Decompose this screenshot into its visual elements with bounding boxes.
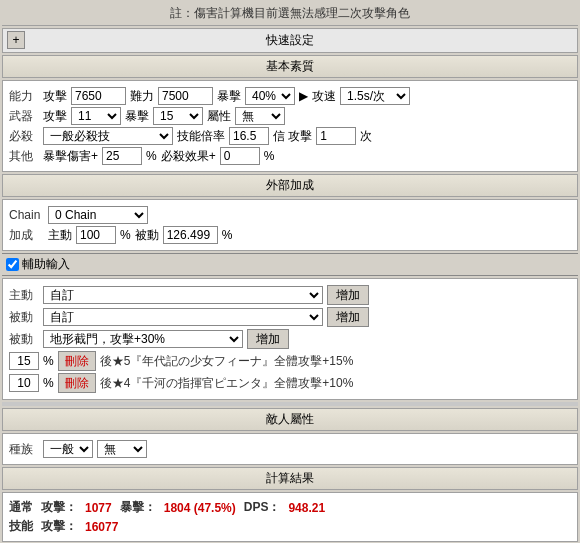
speed-label: 攻速	[312, 88, 336, 105]
weapon-element-label: 屬性	[207, 108, 231, 125]
weapon-element-select[interactable]: 無	[235, 107, 285, 125]
active-label: 主動	[48, 227, 72, 244]
add-quick-button[interactable]: +	[7, 31, 25, 49]
notice-text: 註：傷害計算機目前選無法感理二次攻擊角色	[170, 6, 410, 20]
assist-passive-row: 被動 自訂 增加	[9, 307, 571, 327]
bonus-label: 加成	[9, 227, 44, 244]
external-bonus-header: 外部加成	[2, 174, 578, 197]
speed-arrow: ▶	[299, 89, 308, 103]
other-label: 其他	[9, 148, 39, 165]
enemy-section: 種族 一般 無	[2, 433, 578, 465]
attack-label: 攻擊	[43, 88, 67, 105]
assist-active-row: 主動 自訂 增加	[9, 285, 571, 305]
active-bonus-input[interactable]	[76, 226, 116, 244]
attack-value-input[interactable]	[71, 87, 126, 105]
buff2-delete-btn[interactable]: 刪除	[58, 373, 96, 393]
weapon-attack-label: 攻擊	[43, 108, 67, 125]
passive-bonus-input[interactable]	[163, 226, 218, 244]
enemy-attributes-header: 敵人屬性	[2, 408, 578, 431]
normal-atk-value: 1077	[85, 501, 112, 515]
skill-atk-input[interactable]	[316, 127, 356, 145]
weapon-crit-select[interactable]: 15	[153, 107, 203, 125]
bonus-row: 加成 主動 % 被動 %	[9, 226, 571, 244]
kill-effect-input[interactable]	[220, 147, 260, 165]
notice-bar: 註：傷害計算機目前選無法感理二次攻擊角色	[2, 2, 578, 26]
assist-active-add-btn[interactable]: 增加	[327, 285, 369, 305]
calc-results-header: 計算結果	[2, 467, 578, 490]
buff1-row: % 刪除 後★5『年代記の少女フィーナ』全體攻擊+15%	[9, 351, 571, 371]
chain-row: Chain 0 Chain	[9, 206, 571, 224]
race-label: 種族	[9, 441, 39, 458]
skill-rate-label: 技能倍率	[177, 128, 225, 145]
crit-label: 暴擊	[217, 88, 241, 105]
normal-label: 通常	[9, 499, 33, 516]
tough-value-input[interactable]	[158, 87, 213, 105]
assist-checkbox[interactable]	[6, 258, 19, 271]
normal-dps-label: DPS：	[244, 499, 281, 516]
weapon-row: 武器 攻擊 11 暴擊 15 屬性 無	[9, 107, 571, 125]
buff1-pct-label: %	[43, 354, 54, 368]
other-row: 其他 暴擊傷害+ % 必殺效果+ %	[9, 147, 571, 165]
external-bonus-section: Chain 0 Chain 加成 主動 % 被動 %	[2, 199, 578, 251]
assist-active-label: 主動	[9, 287, 39, 304]
normal-crit-label: 暴擊：	[120, 499, 156, 516]
crit-dmg-label: 暴擊傷害+	[43, 148, 98, 165]
kill-effect-pct: %	[264, 149, 275, 163]
skill-atk-value: 16077	[85, 520, 118, 534]
skill-atk-label: 攻擊：	[41, 518, 77, 535]
enemy-type-select[interactable]: 無	[97, 440, 147, 458]
buff2-text: 後★4『千河の指揮官ピエンタ』全體攻擊+10%	[100, 375, 354, 392]
speed-select[interactable]: 1.5s/次	[340, 87, 410, 105]
weapon-crit-label: 暴擊	[125, 108, 149, 125]
ability-label: 能力	[9, 88, 39, 105]
assist-terrain-select[interactable]: 地形截門，攻擊+30%	[43, 330, 243, 348]
skill-row: 必殺 一般必殺技 技能倍率 信 攻擊 次	[9, 127, 571, 145]
passive-label: 被動	[135, 227, 159, 244]
normal-crit-value: 1804 (47.5%)	[164, 501, 236, 515]
quick-settings-header: + 快速設定	[2, 28, 578, 53]
buff2-pct-label: %	[43, 376, 54, 390]
skill-result-label: 技能	[9, 518, 33, 535]
chain-select[interactable]: 0 Chain	[48, 206, 148, 224]
chain-label: Chain	[9, 208, 44, 222]
assist-passive-add-btn[interactable]: 增加	[327, 307, 369, 327]
buff1-pct-input[interactable]	[9, 352, 39, 370]
assist-checkbox-header: 輔助輸入	[2, 253, 578, 276]
assist-section: 主動 自訂 增加 被動 自訂 增加 被動 地形截門，攻擊+30% 增加 % 刪	[2, 278, 578, 400]
weapon-label: 武器	[9, 108, 39, 125]
results-section: 通常 攻擊： 1077 暴擊： 1804 (47.5%) DPS： 948.21…	[2, 492, 578, 542]
buff1-text: 後★5『年代記の少女フィーナ』全體攻擊+15%	[100, 353, 354, 370]
basic-attributes-header: 基本素質	[2, 55, 578, 78]
assist-passive-label: 被動	[9, 309, 39, 326]
kill-effect-label: 必殺效果+	[161, 148, 216, 165]
assist-terrain-add-btn[interactable]: 增加	[247, 329, 289, 349]
skill-label: 必殺	[9, 128, 39, 145]
assist-terrain-row: 被動 地形截門，攻擊+30% 增加	[9, 329, 571, 349]
assist-label: 輔助輸入	[22, 256, 70, 273]
assist-passive-select[interactable]: 自訂	[43, 308, 323, 326]
buff1-delete-btn[interactable]: 刪除	[58, 351, 96, 371]
crit-dmg-input[interactable]	[102, 147, 142, 165]
skill-times-label: 次	[360, 128, 372, 145]
race-select[interactable]: 一般	[43, 440, 93, 458]
enemy-race-row: 種族 一般 無	[9, 440, 571, 458]
skill-result-row: 技能 攻擊： 16077	[9, 518, 571, 535]
buff2-row: % 刪除 後★4『千河の指揮官ピエンタ』全體攻擊+10%	[9, 373, 571, 393]
passive-pct: %	[222, 228, 233, 242]
crit-select[interactable]: 40%	[245, 87, 295, 105]
crit-dmg-pct: %	[146, 149, 157, 163]
skill-type-select[interactable]: 一般必殺技	[43, 127, 173, 145]
normal-atk-label: 攻擊：	[41, 499, 77, 516]
normal-result-row: 通常 攻擊： 1077 暴擊： 1804 (47.5%) DPS： 948.21	[9, 499, 571, 516]
buff2-pct-input[interactable]	[9, 374, 39, 392]
skill-rate-input[interactable]	[229, 127, 269, 145]
quick-settings-label: 快速設定	[266, 33, 314, 47]
active-pct: %	[120, 228, 131, 242]
assist-active-select[interactable]: 自訂	[43, 286, 323, 304]
ability-row: 能力 攻擊 難力 暴擊 40% ▶ 攻速 1.5s/次	[9, 87, 571, 105]
tough-label: 難力	[130, 88, 154, 105]
weapon-attack-select[interactable]: 11	[71, 107, 121, 125]
basic-attributes-section: 能力 攻擊 難力 暴擊 40% ▶ 攻速 1.5s/次 武器 攻擊 11 暴擊 …	[2, 80, 578, 172]
assist-terrain-label: 被動	[9, 331, 39, 348]
normal-dps-value: 948.21	[288, 501, 325, 515]
